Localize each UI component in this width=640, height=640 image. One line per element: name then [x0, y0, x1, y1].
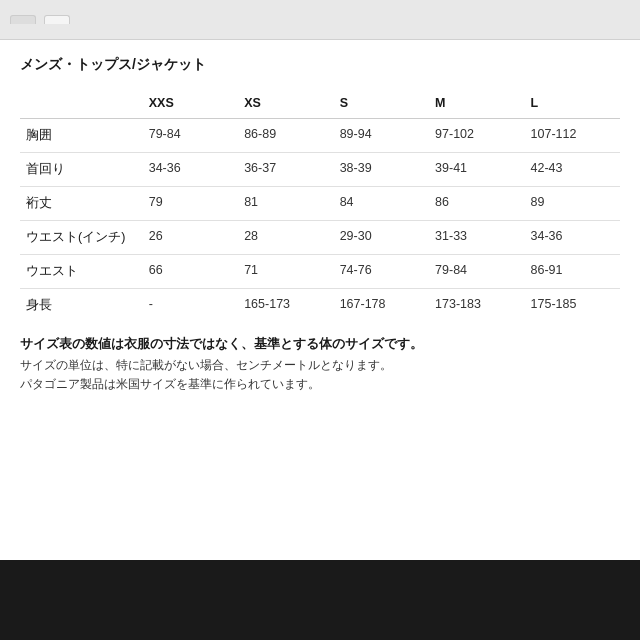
cell-2-label: 裄丈 — [20, 187, 143, 221]
cell-1-l: 42-43 — [525, 153, 620, 187]
cell-4-s: 74-76 — [334, 255, 429, 289]
col-header-m: M — [429, 88, 524, 119]
cell-3-xs: 28 — [238, 221, 333, 255]
cell-4-label: ウエスト — [20, 255, 143, 289]
table-row: 首回り34-3636-3738-3939-4142-43 — [20, 153, 620, 187]
col-header-label — [20, 88, 143, 119]
table-header-row: XXS XS S M L — [20, 88, 620, 119]
table-row: 胸囲79-8486-8989-9497-102107-112 — [20, 119, 620, 153]
cell-0-xxs: 79-84 — [143, 119, 238, 153]
note-section: サイズ表の数値は衣服の寸法ではなく、基準とする体のサイズです。 サイズの単位は、… — [20, 336, 620, 394]
tab-active[interactable] — [44, 15, 70, 24]
cell-2-l: 89 — [525, 187, 620, 221]
table-row: ウエスト667174-7679-8486-91 — [20, 255, 620, 289]
cell-5-xxs: - — [143, 289, 238, 323]
cell-1-s: 38-39 — [334, 153, 429, 187]
cell-5-m: 173-183 — [429, 289, 524, 323]
size-table: XXS XS S M L 胸囲79-8486-8989-9497-102107-… — [20, 88, 620, 322]
cell-3-xxs: 26 — [143, 221, 238, 255]
cell-3-s: 29-30 — [334, 221, 429, 255]
top-bar — [0, 0, 640, 40]
cell-3-l: 34-36 — [525, 221, 620, 255]
cell-4-m: 79-84 — [429, 255, 524, 289]
note-bold: サイズ表の数値は衣服の寸法ではなく、基準とする体のサイズです。 — [20, 336, 620, 353]
cell-0-m: 97-102 — [429, 119, 524, 153]
note-line2: パタゴニア製品は米国サイズを基準に作られています。 — [20, 375, 620, 394]
cell-2-xxs: 79 — [143, 187, 238, 221]
cell-4-l: 86-91 — [525, 255, 620, 289]
cell-2-xs: 81 — [238, 187, 333, 221]
cell-4-xs: 71 — [238, 255, 333, 289]
cell-3-label: ウエスト(インチ) — [20, 221, 143, 255]
cell-5-xs: 165-173 — [238, 289, 333, 323]
cell-5-s: 167-178 — [334, 289, 429, 323]
section-title: メンズ・トップス/ジャケット — [20, 56, 620, 74]
cell-2-m: 86 — [429, 187, 524, 221]
bottom-bar — [0, 560, 640, 640]
cell-0-label: 胸囲 — [20, 119, 143, 153]
col-header-l: L — [525, 88, 620, 119]
cell-0-l: 107-112 — [525, 119, 620, 153]
cell-1-label: 首回り — [20, 153, 143, 187]
cell-2-s: 84 — [334, 187, 429, 221]
col-header-xxs: XXS — [143, 88, 238, 119]
cell-1-m: 39-41 — [429, 153, 524, 187]
cell-5-l: 175-185 — [525, 289, 620, 323]
page-container: メンズ・トップス/ジャケット XXS XS S M L 胸囲79-8486-89… — [0, 0, 640, 640]
table-row: 裄丈7981848689 — [20, 187, 620, 221]
cell-1-xs: 36-37 — [238, 153, 333, 187]
tab-inactive[interactable] — [10, 15, 36, 24]
content-area: メンズ・トップス/ジャケット XXS XS S M L 胸囲79-8486-89… — [0, 40, 640, 560]
cell-1-xxs: 34-36 — [143, 153, 238, 187]
cell-0-xs: 86-89 — [238, 119, 333, 153]
cell-3-m: 31-33 — [429, 221, 524, 255]
col-header-xs: XS — [238, 88, 333, 119]
note-line1: サイズの単位は、特に記載がない場合、センチメートルとなります。 — [20, 356, 620, 375]
cell-5-label: 身長 — [20, 289, 143, 323]
table-row: ウエスト(インチ)262829-3031-3334-36 — [20, 221, 620, 255]
cell-0-s: 89-94 — [334, 119, 429, 153]
cell-4-xxs: 66 — [143, 255, 238, 289]
table-row: 身長-165-173167-178173-183175-185 — [20, 289, 620, 323]
col-header-s: S — [334, 88, 429, 119]
